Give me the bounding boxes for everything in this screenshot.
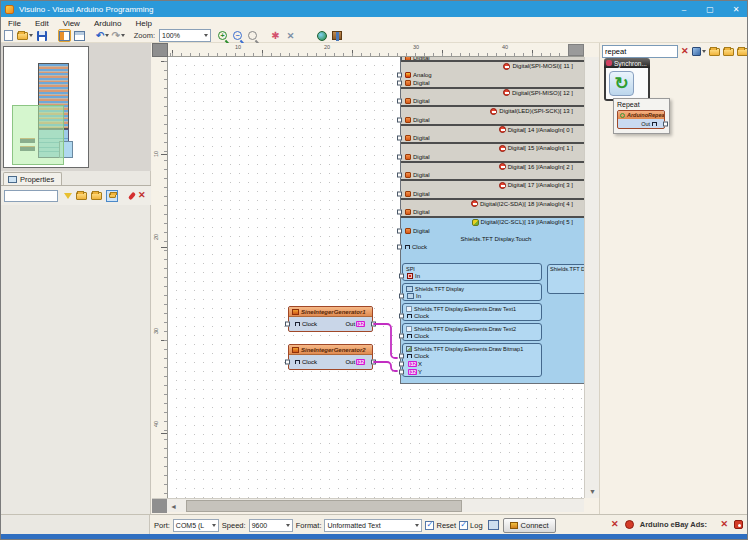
pin-connector[interactable]: [397, 154, 402, 159]
pin-connector[interactable]: [285, 322, 290, 327]
zoom-reset-button[interactable]: [246, 29, 259, 42]
save-project-button[interactable]: [35, 29, 48, 42]
pin-connector[interactable]: [397, 72, 402, 77]
properties-tab[interactable]: Properties: [3, 172, 62, 185]
pin-connector[interactable]: [397, 136, 402, 141]
design-canvas[interactable]: DigitalDigital(SPI-MOSI)[ 11 ]AnalogDigi…: [168, 57, 584, 498]
web-help-button[interactable]: [315, 29, 328, 42]
scroll-left-arrow-icon[interactable]: ◄: [167, 499, 180, 513]
zoom-out-button[interactable]: −: [231, 29, 244, 42]
clear-search-button[interactable]: ✕: [681, 47, 689, 56]
pin-connector[interactable]: [399, 362, 404, 367]
new-category-button[interactable]: [709, 48, 720, 56]
menu-edit[interactable]: Edit: [28, 17, 56, 29]
menu-file[interactable]: File: [1, 17, 28, 29]
wire-gen1-to-x[interactable]: [374, 324, 397, 358]
close-ads-right-button[interactable]: ✕: [720, 520, 728, 529]
pin-connector[interactable]: [397, 210, 402, 215]
pin-connector[interactable]: [397, 191, 402, 196]
new-project-button[interactable]: [2, 29, 15, 42]
repeat-component-tile[interactable]: ↻: [609, 71, 634, 96]
undo-dropdown-icon[interactable]: [105, 34, 109, 37]
port-select[interactable]: COM5 (L: [173, 519, 219, 532]
pin-connector[interactable]: [397, 173, 402, 178]
pin-connector[interactable]: [399, 334, 404, 339]
properties-filter-input[interactable]: [4, 190, 58, 202]
pin-connector[interactable]: [371, 360, 376, 365]
arduino-repeat-preview[interactable]: ArduinoRepeat Out: [617, 110, 665, 129]
pin-row-digital: Digital: [401, 116, 584, 124]
arduino-board-component[interactable]: DigitalDigital(SPI-MOSI)[ 11 ]AnalogDigi…: [400, 57, 584, 384]
close-ads-left-button[interactable]: ✕: [611, 520, 619, 529]
power-icon[interactable]: [625, 520, 634, 529]
pin-connector[interactable]: [399, 354, 404, 359]
menu-arduino[interactable]: Arduino: [87, 17, 129, 29]
palette-category-synchronization[interactable]: Synchron... ↻: [604, 58, 650, 101]
subcomponent-draw-bitmap1[interactable]: Shields.TFT Display.Elements.Draw Bitmap…: [402, 343, 542, 377]
toggle-left-panel-button[interactable]: [58, 29, 71, 42]
arrange-button[interactable]: [106, 190, 118, 202]
scroll-down-arrow-icon[interactable]: ▼: [585, 485, 600, 498]
zoom-combobox[interactable]: 100%: [159, 29, 211, 42]
preview-out-pin-connector[interactable]: [663, 121, 668, 126]
pin-connector[interactable]: [399, 370, 404, 375]
expand-all-button[interactable]: [76, 192, 87, 200]
pin-connector[interactable]: [397, 80, 402, 85]
format-button[interactable]: ✱: [269, 29, 282, 42]
redo-button[interactable]: ↷: [111, 29, 124, 42]
wire-gen2-to-y[interactable]: [374, 362, 397, 371]
collapse-categories-button[interactable]: [737, 48, 748, 56]
delete-button[interactable]: ✕: [284, 29, 297, 42]
maximize-button[interactable]: ▢: [697, 1, 723, 17]
expand-categories-button[interactable]: [723, 48, 734, 56]
subcomponent-draw-text1[interactable]: Shields.TFT Display.Elements.Draw Text1C…: [402, 303, 542, 321]
pin-connector[interactable]: [397, 99, 402, 104]
redo-dropdown-icon[interactable]: [121, 34, 125, 37]
subcomponent-tft-display[interactable]: Shields.TFT DisplayIn: [402, 283, 542, 301]
pin-button[interactable]: [130, 192, 134, 200]
tft-display-side-box[interactable]: Shields.TFT Di: [547, 264, 584, 294]
pin-connector[interactable]: [397, 228, 402, 233]
reset-checkbox[interactable]: ✓Reset: [425, 521, 456, 530]
generator-1[interactable]: SineIntegerGenerator1ClockOutI32: [288, 306, 373, 332]
palette-search-input[interactable]: [602, 45, 678, 58]
pin-connector[interactable]: [371, 322, 376, 327]
stop-ads-icon[interactable]: [734, 520, 743, 529]
minimap-viewport-rect[interactable]: [12, 105, 64, 165]
open-dropdown-icon[interactable]: [29, 34, 33, 37]
horizontal-scroll-thumb[interactable]: [186, 500, 462, 512]
clear-button[interactable]: ✕: [138, 191, 146, 200]
subcomponent-draw-text2[interactable]: Shields.TFT Display.Elements.Draw Text2C…: [402, 323, 542, 341]
clock-icon: [405, 245, 410, 249]
close-button[interactable]: ✕: [723, 1, 748, 17]
left-panel-icon: [59, 31, 70, 41]
generator-2[interactable]: SineIntegerGenerator2ClockOutI32: [288, 344, 373, 370]
clock-icon: [407, 354, 412, 358]
horizontal-scrollbar[interactable]: ◄: [152, 498, 584, 512]
connect-button[interactable]: Connect: [503, 518, 556, 533]
zoom-in-button[interactable]: +: [216, 29, 229, 42]
speed-select[interactable]: 9600: [249, 519, 293, 532]
filter-wizard-button[interactable]: [692, 47, 706, 56]
minimap[interactable]: [3, 46, 89, 168]
pin-connector[interactable]: [397, 117, 402, 122]
pin-connector[interactable]: [399, 314, 404, 319]
subcomponent-spi[interactable]: SPIIn: [402, 263, 542, 281]
pin-connector[interactable]: [397, 245, 402, 250]
pin-connector[interactable]: [399, 294, 404, 299]
format-select[interactable]: Unformatted Text: [324, 519, 422, 532]
log-viewer-icon[interactable]: [488, 520, 499, 530]
menu-view[interactable]: View: [56, 17, 87, 29]
minimize-button[interactable]: –: [671, 1, 697, 17]
undo-button[interactable]: ↶: [96, 29, 109, 42]
pin-connector[interactable]: [285, 360, 290, 365]
collapse-all-button[interactable]: [91, 192, 102, 200]
vertical-scrollbar[interactable]: ▼: [584, 57, 599, 498]
open-project-button[interactable]: [17, 29, 33, 42]
menu-help[interactable]: Help: [128, 17, 158, 29]
log-checkbox[interactable]: ✓Log: [459, 521, 483, 530]
toggle-grid-button[interactable]: [73, 29, 86, 42]
package-button[interactable]: [330, 29, 343, 42]
pin-connector[interactable]: [399, 274, 404, 279]
filter-funnel-button[interactable]: [64, 193, 72, 199]
